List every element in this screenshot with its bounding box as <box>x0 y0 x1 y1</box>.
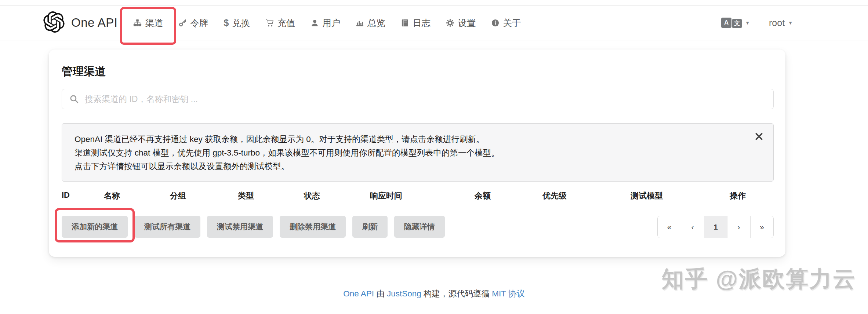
delete-disabled-channels-button[interactable]: 删除禁用渠道 <box>280 216 346 238</box>
notice-line: 点击下方详情按钮可以显示余额以及设置额外的测试模型。 <box>75 160 748 173</box>
nav-item-label: 充值 <box>277 17 295 29</box>
chevron-down-icon: ▼ <box>745 20 750 26</box>
book-icon <box>401 19 409 27</box>
pagination-first[interactable]: « <box>658 216 681 238</box>
bar-chart-icon <box>356 19 364 27</box>
nav-item-label: 日志 <box>413 17 431 29</box>
cart-icon <box>265 19 274 27</box>
table-footer: 添加新的渠道 测试所有渠道 测试禁用渠道 删除禁用渠道 刷新 隐藏详情 « ‹ … <box>62 209 774 238</box>
nav-item-tokens[interactable]: 令牌 <box>171 13 216 33</box>
refresh-button[interactable]: 刷新 <box>352 216 388 238</box>
nav-item-topup[interactable]: 充值 <box>258 13 303 33</box>
sitemap-icon <box>133 19 142 27</box>
column-header-id[interactable]: ID <box>62 190 104 201</box>
test-disabled-channels-button[interactable]: 测试禁用渠道 <box>207 216 273 238</box>
column-header-actions: 操作 <box>730 190 774 201</box>
footer-brand-link[interactable]: One API <box>343 289 374 298</box>
nav-item-label: 渠道 <box>145 17 163 29</box>
column-header-name[interactable]: 名称 <box>104 190 170 201</box>
close-icon[interactable] <box>754 132 764 141</box>
key-icon <box>178 19 187 27</box>
column-header-status[interactable]: 状态 <box>304 190 370 201</box>
footer-text: 构建，源代码遵循 <box>421 289 492 298</box>
column-header-type[interactable]: 类型 <box>238 190 304 201</box>
pagination-prev[interactable]: ‹ <box>681 216 704 238</box>
column-header-test-model[interactable]: 测试模型 <box>631 190 730 201</box>
notice-line: OpenAI 渠道已经不再支持通过 key 获取余额，因此余额显示为 0。对于支… <box>75 132 748 146</box>
dollar-icon: $ <box>224 18 229 28</box>
nav-item-label: 兑换 <box>232 17 250 29</box>
column-header-group[interactable]: 分组 <box>170 190 238 201</box>
user-icon <box>310 19 319 27</box>
search-input[interactable] <box>62 89 774 109</box>
username: root <box>769 18 785 28</box>
nav-menu: 渠道 令牌 $ 兑换 充值 用户 总览 日志 设置 <box>126 13 529 33</box>
nav-right: A 文 ▼ root ▼ <box>721 18 793 28</box>
pagination-next[interactable]: › <box>727 216 750 238</box>
openai-logo-icon <box>43 11 65 34</box>
gear-icon <box>446 19 454 27</box>
top-nav: One API 渠道 令牌 $ 兑换 充值 用户 总览 日志 <box>0 6 868 40</box>
info-message: OpenAI 渠道已经不再支持通过 key 获取余额，因此余额显示为 0。对于支… <box>62 123 774 182</box>
add-channel-button[interactable]: 添加新的渠道 <box>62 216 128 238</box>
nav-item-redeem[interactable]: $ 兑换 <box>216 13 258 33</box>
brand-title: One API <box>71 16 117 30</box>
column-header-balance[interactable]: 余额 <box>475 190 542 201</box>
footer-text: 由 <box>374 289 387 298</box>
info-icon <box>491 19 500 27</box>
nav-item-label: 令牌 <box>190 17 208 29</box>
pagination-page-1[interactable]: 1 <box>704 216 727 238</box>
main-card: 管理渠道 OpenAI 渠道已经不再支持通过 key 获取余额，因此余额显示为 … <box>49 50 785 257</box>
hide-details-button[interactable]: 隐藏详情 <box>394 216 445 238</box>
pagination: « ‹ 1 › » <box>657 216 774 238</box>
nav-item-channels[interactable]: 渠道 <box>126 13 171 33</box>
table-header-row: ID 名称 分组 类型 状态 响应时间 余额 优先级 测试模型 操作 <box>62 190 774 201</box>
nav-item-label: 总览 <box>367 17 385 29</box>
notice-line: 渠道测试仅支持 chat 模型，优先使用 gpt-3.5-turbo，如果该模型… <box>75 146 748 160</box>
zhihu-watermark: 知乎 @派欧算力云 <box>662 264 856 294</box>
nav-item-label: 用户 <box>322 17 340 29</box>
footer-license-link[interactable]: MIT 协议 <box>492 289 525 298</box>
translate-icon-cjk: 文 <box>732 19 742 28</box>
nav-item-dashboard[interactable]: 总览 <box>348 13 393 33</box>
brand[interactable]: One API <box>43 11 117 34</box>
nav-item-about[interactable]: 关于 <box>483 13 529 33</box>
nav-item-label: 关于 <box>503 17 521 29</box>
test-all-channels-button[interactable]: 测试所有渠道 <box>134 216 200 238</box>
nav-item-label: 设置 <box>458 17 476 29</box>
column-header-response-time[interactable]: 响应时间 <box>370 190 475 201</box>
footer-author-link[interactable]: JustSong <box>387 289 421 298</box>
translate-icon: A <box>721 18 731 28</box>
nav-item-logs[interactable]: 日志 <box>393 13 438 33</box>
chevron-down-icon: ▼ <box>788 20 793 26</box>
page-title: 管理渠道 <box>62 64 774 79</box>
action-button-row: 添加新的渠道 测试所有渠道 测试禁用渠道 删除禁用渠道 刷新 隐藏详情 <box>62 216 445 238</box>
nav-item-users[interactable]: 用户 <box>303 13 348 33</box>
language-selector[interactable]: A 文 ▼ <box>721 18 750 28</box>
nav-item-settings[interactable]: 设置 <box>438 13 483 33</box>
search-box <box>62 89 774 109</box>
user-menu[interactable]: root ▼ <box>769 18 793 28</box>
column-header-priority[interactable]: 优先级 <box>542 190 631 201</box>
pagination-last[interactable]: » <box>750 216 773 238</box>
